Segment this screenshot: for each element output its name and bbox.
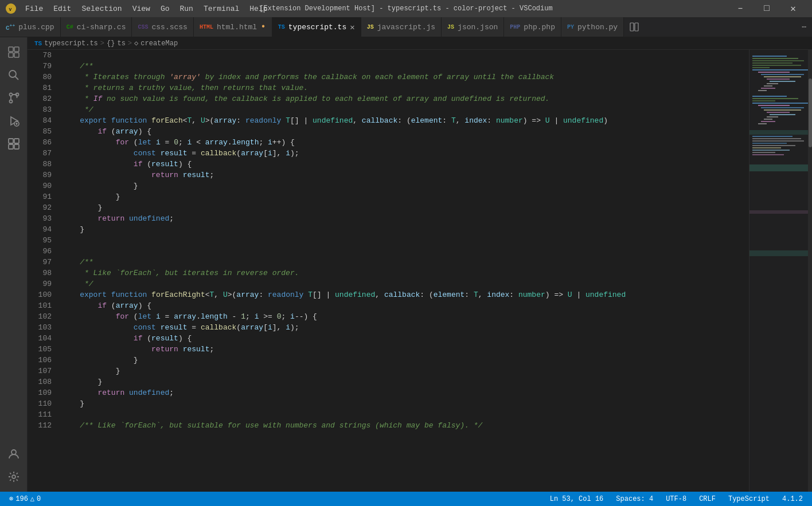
- window-controls: – □ ✕: [727, 0, 806, 17]
- minimize-button[interactable]: –: [727, 0, 754, 17]
- svg-rect-29: [752, 65, 801, 66]
- activity-explorer[interactable]: [3, 42, 24, 62]
- tab-close-typescript[interactable]: ✕: [350, 22, 354, 32]
- line-num-103: 103: [28, 322, 52, 333]
- code-line-108: }: [62, 376, 749, 387]
- titlebar: V File Edit Selection View Go Run Termin…: [0, 0, 812, 17]
- svg-rect-39: [761, 88, 775, 89]
- svg-rect-48: [767, 112, 790, 113]
- svg-rect-53: [758, 123, 767, 124]
- svg-rect-41: [752, 96, 787, 97]
- svg-rect-47: [764, 109, 801, 111]
- breadcrumb-ns-icon: {}: [107, 40, 115, 48]
- tab-html-html[interactable]: HTML html.html •: [194, 17, 272, 37]
- menu-edit[interactable]: Edit: [49, 3, 76, 14]
- code-line-96: [62, 246, 749, 257]
- line-num-102: 102: [28, 311, 52, 322]
- svg-rect-50: [767, 116, 778, 117]
- breadcrumb-ns-label: ts: [117, 40, 125, 48]
- svg-rect-31: [752, 69, 810, 70]
- code-line-79: /**: [62, 61, 749, 72]
- line-num-107: 107: [28, 366, 52, 376]
- svg-rect-63: [752, 147, 781, 148]
- status-spaces-text: Spaces: 4: [616, 495, 653, 503]
- svg-rect-33: [761, 74, 804, 75]
- menu-view[interactable]: View: [128, 3, 155, 14]
- status-encoding[interactable]: UTF-8: [662, 495, 690, 503]
- code-lines[interactable]: /** * Iterates through 'array' by index …: [56, 50, 749, 492]
- status-errors[interactable]: ⊗ 196 △ 0: [6, 495, 44, 503]
- menu-go[interactable]: Go: [156, 3, 174, 14]
- menu-run[interactable]: Run: [175, 3, 197, 14]
- code-line-89: return result;: [62, 170, 749, 181]
- code-line-83: */: [62, 104, 749, 115]
- tab-css-scss[interactable]: CSS css.scss: [132, 17, 193, 37]
- tab-ci-sharp-cs[interactable]: C# ci-sharp.cs: [61, 17, 132, 37]
- menu-file[interactable]: File: [21, 3, 48, 14]
- breadcrumb-ts-icon: TS: [34, 40, 42, 47]
- svg-rect-19: [9, 144, 13, 149]
- status-spaces[interactable]: Spaces: 4: [612, 495, 657, 503]
- svg-rect-44: [752, 103, 810, 104]
- svg-rect-45: [758, 105, 790, 106]
- svg-rect-3: [635, 23, 638, 31]
- code-line-87: const result = callback(array[i], i);: [62, 148, 749, 159]
- line-num-105: 105: [28, 344, 52, 355]
- line-num-92: 92: [28, 202, 52, 213]
- tab-modified-dot: •: [260, 22, 266, 32]
- status-version[interactable]: 4.1.2: [779, 495, 806, 503]
- line-num-90: 90: [28, 181, 52, 191]
- activity-settings[interactable]: [3, 466, 24, 487]
- maximize-button[interactable]: □: [754, 0, 780, 17]
- tab-label-javascript: javascript.js: [377, 23, 435, 32]
- activity-profile[interactable]: [3, 444, 24, 464]
- svg-rect-18: [14, 139, 19, 143]
- svg-point-10: [9, 100, 12, 103]
- tab-php-php[interactable]: PHP php.php: [504, 17, 561, 37]
- line-num-91: 91: [28, 191, 52, 202]
- svg-rect-17: [9, 139, 13, 143]
- breadcrumb-fn-icon: ◇: [134, 39, 138, 48]
- code-line-110: }: [62, 398, 749, 409]
- status-eol[interactable]: CRLF: [696, 495, 719, 503]
- more-tabs-button[interactable]: ⋯: [796, 17, 812, 37]
- activity-extensions[interactable]: [3, 134, 24, 154]
- line-num-108: 108: [28, 376, 52, 387]
- tab-plus-cpp[interactable]: C++ plus.cpp: [0, 17, 61, 37]
- code-line-101: if (array) {: [62, 300, 749, 311]
- line-num-111: 111: [28, 409, 52, 420]
- status-version-text: 4.1.2: [782, 495, 803, 503]
- activity-run-debug[interactable]: [3, 111, 24, 131]
- line-num-99: 99: [28, 279, 52, 289]
- minimap[interactable]: [749, 50, 812, 492]
- tab-javascript-js[interactable]: JS javascript.js: [361, 17, 442, 37]
- line-num-79: 79: [28, 61, 52, 72]
- line-num-101: 101: [28, 300, 52, 311]
- activity-source-control[interactable]: [3, 88, 24, 108]
- status-line-col[interactable]: Ln 53, Col 16: [546, 495, 607, 503]
- line-num-85: 85: [28, 126, 52, 137]
- code-line-82: * If no such value is found, the callbac…: [62, 93, 749, 104]
- code-line-99: */: [62, 279, 749, 289]
- tab-json-json[interactable]: JS json.json: [442, 17, 504, 37]
- main-content: TS typescript.ts > {} ts > ◇ createMap 7…: [0, 37, 812, 492]
- activity-search[interactable]: [3, 65, 24, 85]
- code-line-97: /**: [62, 257, 749, 268]
- svg-rect-28: [752, 62, 793, 64]
- close-button[interactable]: ✕: [780, 0, 806, 17]
- code-editor[interactable]: 78 79 80 81 82 83 84 85 86 87 88 89 90 9…: [28, 50, 812, 492]
- svg-rect-37: [767, 83, 778, 84]
- tab-typescript-ts[interactable]: TS typescript.ts ✕: [272, 17, 361, 37]
- svg-rect-59: [752, 138, 801, 139]
- status-language-text: TypeScript: [728, 495, 770, 503]
- line-num-104: 104: [28, 333, 52, 344]
- svg-rect-49: [770, 114, 795, 115]
- svg-rect-57: [749, 250, 812, 256]
- svg-rect-60: [752, 140, 804, 142]
- status-language[interactable]: TypeScript: [725, 495, 773, 503]
- split-editor-button[interactable]: [624, 17, 645, 37]
- tab-python-py[interactable]: PY python.py: [561, 17, 624, 37]
- breadcrumb: TS typescript.ts > {} ts > ◇ createMap: [28, 37, 812, 50]
- menu-terminal[interactable]: Terminal: [199, 3, 244, 14]
- menu-selection[interactable]: Selection: [77, 3, 126, 14]
